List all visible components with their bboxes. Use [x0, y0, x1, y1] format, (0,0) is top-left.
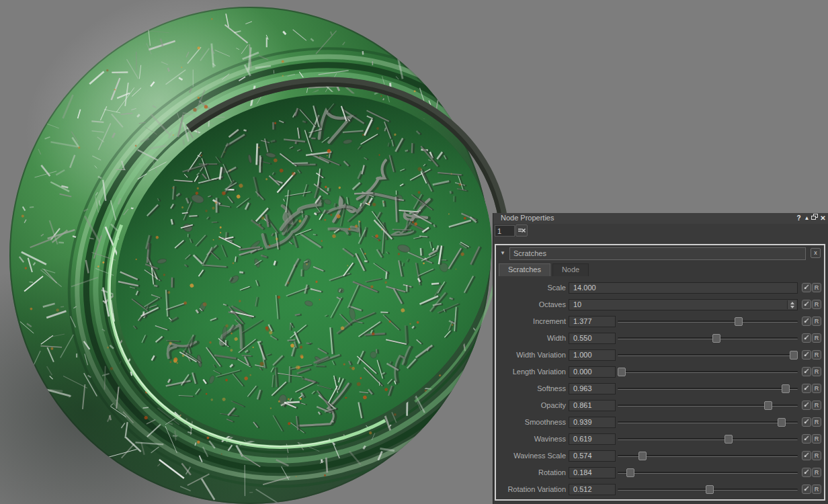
node-number-input[interactable] [495, 225, 515, 237]
reset-button[interactable]: R [812, 333, 821, 343]
tab-scratches[interactable]: Scratches [499, 263, 550, 276]
param-row: Rotation Variation0.512R [496, 482, 824, 499]
detach-icon[interactable]: ▲ [803, 214, 811, 222]
slider-handle[interactable] [626, 468, 634, 477]
reset-button[interactable]: R [812, 283, 821, 292]
param-label: Rotation Variation [496, 485, 566, 493]
param-label: Increment [496, 317, 566, 325]
param-value-field[interactable]: 0.861 [569, 400, 616, 411]
curve-button[interactable] [802, 434, 811, 444]
slider-handle[interactable] [724, 435, 733, 444]
param-row: Rotation0.184R [496, 465, 824, 482]
slider-track[interactable] [618, 388, 798, 390]
param-value-field[interactable]: 0.000 [569, 366, 616, 378]
param-slider[interactable] [618, 467, 798, 478]
curve-button[interactable] [802, 401, 811, 410]
param-value-field[interactable]: 0.184 [569, 467, 616, 478]
tab-node[interactable]: Node [552, 263, 589, 276]
param-slider[interactable] [618, 450, 798, 462]
param-label: Rotation [496, 468, 566, 476]
param-slider[interactable] [618, 349, 798, 361]
reset-button[interactable]: R [812, 485, 821, 494]
curve-button[interactable] [802, 333, 811, 343]
slider-handle[interactable] [735, 317, 743, 326]
slider-handle[interactable] [764, 401, 772, 410]
param-value-field[interactable]: 1.377 [569, 316, 616, 327]
curve-button[interactable] [802, 367, 811, 376]
param-slider[interactable] [618, 400, 798, 411]
curve-button[interactable] [802, 468, 811, 477]
help-icon[interactable]: ? [795, 214, 802, 222]
slider-handle[interactable] [778, 418, 786, 427]
reset-button[interactable]: R [812, 300, 821, 309]
reset-button[interactable]: R [812, 468, 821, 477]
spinner-control[interactable] [787, 300, 796, 309]
param-value-field[interactable]: 0.619 [569, 433, 616, 445]
reset-button[interactable]: R [812, 384, 821, 393]
slider-track[interactable] [618, 354, 798, 356]
curve-button[interactable] [802, 451, 811, 460]
float-window-icon[interactable] [811, 214, 819, 222]
param-row: Width Variation1.000R [496, 347, 824, 364]
slider-handle[interactable] [782, 384, 790, 393]
slider-handle[interactable] [638, 452, 647, 460]
curve-link-icon [803, 334, 810, 341]
node-name-field[interactable]: Scratches [509, 247, 806, 260]
curve-button[interactable] [802, 384, 811, 393]
close-icon[interactable]: ✕ [819, 214, 827, 222]
param-label: Smoothness [496, 418, 566, 426]
param-label: Length Variation [496, 368, 566, 376]
curve-button[interactable] [802, 350, 811, 360]
link-nodes-button[interactable] [515, 224, 528, 237]
param-value-field[interactable]: 0.512 [569, 484, 616, 495]
curve-button[interactable] [802, 283, 811, 292]
param-value-field[interactable]: 10 [569, 299, 798, 310]
slider-track[interactable] [618, 337, 798, 339]
slider-handle[interactable] [618, 368, 626, 376]
param-row: Opacity0.861R [496, 398, 824, 415]
reset-button[interactable]: R [812, 401, 821, 410]
curve-button[interactable] [802, 300, 811, 309]
spinner-up-icon[interactable] [790, 302, 794, 304]
param-slider[interactable] [618, 316, 798, 327]
reset-button[interactable]: R [812, 317, 821, 326]
param-value-field[interactable]: 1.000 [569, 349, 616, 361]
reset-button[interactable]: R [812, 367, 821, 376]
reset-button[interactable]: R [812, 434, 821, 444]
remove-node-button[interactable]: x [811, 248, 821, 258]
curve-link-icon [803, 368, 810, 374]
reset-button[interactable]: R [812, 451, 821, 460]
param-value-field[interactable]: 0.574 [569, 450, 616, 462]
panel-titlebar[interactable]: Node Properties ? ▲ ✕ [493, 213, 828, 224]
reset-button[interactable]: R [812, 417, 821, 427]
curve-link-icon [803, 452, 810, 458]
spinner-down-icon[interactable] [790, 306, 794, 308]
reset-button[interactable]: R [812, 350, 821, 360]
param-value-field[interactable]: 0.939 [569, 417, 616, 428]
param-value-field[interactable]: 0.963 [569, 383, 616, 394]
curve-button[interactable] [802, 317, 811, 326]
param-slider[interactable] [618, 383, 798, 394]
slider-track[interactable] [618, 472, 798, 474]
curve-link-icon [803, 284, 810, 290]
param-label: Octaves [496, 300, 566, 308]
slider-track[interactable] [618, 438, 798, 440]
curve-button[interactable] [802, 417, 811, 427]
slider-handle[interactable] [706, 485, 714, 494]
slider-track[interactable] [618, 321, 798, 323]
param-slider[interactable] [618, 366, 798, 378]
param-slider[interactable] [618, 433, 798, 445]
param-slider[interactable] [618, 333, 798, 344]
param-slider[interactable] [618, 417, 798, 428]
slider-track[interactable] [618, 421, 798, 423]
group-header: ▼ Scratches x [498, 247, 822, 259]
param-value-field[interactable]: 14.000 [569, 282, 798, 294]
param-slider[interactable] [618, 484, 798, 495]
collapse-triangle-icon[interactable]: ▼ [500, 250, 505, 256]
curve-button[interactable] [802, 485, 811, 494]
slider-track[interactable] [618, 371, 798, 373]
slider-handle[interactable] [712, 334, 720, 343]
param-value-field[interactable]: 0.550 [569, 333, 616, 344]
curve-link-icon [803, 485, 810, 492]
slider-handle[interactable] [790, 351, 798, 360]
